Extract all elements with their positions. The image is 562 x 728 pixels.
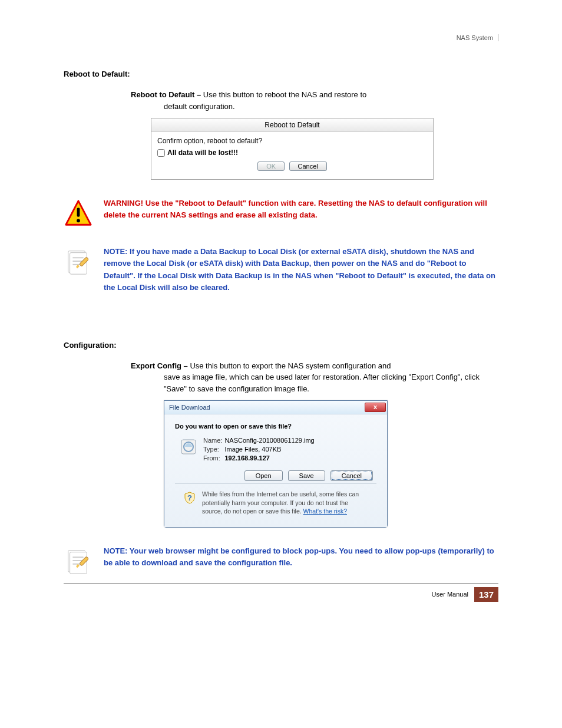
reboot-desc-text: Use this button to reboot the NAS and re…	[201, 90, 366, 99]
reboot-heading: Reboot to Default:	[64, 70, 498, 78]
svg-text:?: ?	[187, 493, 192, 502]
warning-text: WARNING! Use the "Reboot to Default" fun…	[104, 197, 498, 221]
shield-icon: ?	[183, 491, 196, 504]
config-heading: Configuration:	[64, 341, 498, 350]
note1-icon	[64, 247, 93, 276]
file-name-value: NASConfig-201008061129.img	[224, 437, 316, 446]
save-button[interactable]: Save	[288, 470, 325, 481]
note1-row: NOTE: If you have made a Data Backup to …	[64, 246, 498, 294]
export-bold: Export Config –	[131, 361, 188, 370]
header-section: NAS System	[457, 34, 498, 41]
file-icon	[180, 438, 197, 456]
file-name-label: Name:	[203, 437, 224, 446]
page-number: 137	[474, 587, 498, 602]
warning-icon	[64, 199, 93, 228]
reboot-confirm-text: Confirm option, reboot to default?	[157, 137, 427, 145]
reboot-checkbox-label: All data will be lost!!!	[167, 149, 238, 157]
svg-point-2	[77, 219, 80, 223]
open-button[interactable]: Open	[244, 470, 283, 481]
file-type-value: Image Files, 407KB	[224, 446, 316, 454]
note2-text: NOTE: Your web browser might be configur…	[104, 545, 498, 569]
page-footer: User Manual 137	[64, 587, 498, 602]
file-info-table: Name:NASConfig-201008061129.img Type:Ima…	[203, 437, 317, 463]
export-description: Export Config – Use this button to expor…	[131, 360, 498, 395]
svg-rect-1	[77, 208, 80, 217]
note2-row: NOTE: Your web browser might be configur…	[64, 545, 498, 576]
export-desc-cont: save as image file, which can be used la…	[131, 371, 498, 394]
note1-text: NOTE: If you have made a Data Backup to …	[104, 246, 498, 294]
warning-row: WARNING! Use the "Reboot to Default" fun…	[64, 197, 498, 228]
reboot-description: Reboot to Default – Use this button to r…	[131, 89, 498, 112]
file-from-value: 192.168.99.127	[224, 454, 316, 463]
file-dialog-footer-text: While files from the Internet can be use…	[202, 490, 368, 515]
file-from-label: From:	[203, 454, 224, 463]
reboot-ok-button[interactable]: OK	[257, 162, 285, 171]
file-type-label: Type:	[203, 446, 224, 454]
note2-icon	[64, 546, 93, 576]
reboot-dialog: Reboot to Default Confirm option, reboot…	[151, 118, 434, 180]
reboot-checkbox[interactable]	[157, 149, 165, 157]
reboot-dialog-title: Reboot to Default	[151, 118, 433, 132]
cancel-button[interactable]: Cancel	[330, 470, 373, 481]
close-icon[interactable]: x	[365, 403, 386, 412]
reboot-cancel-button[interactable]: Cancel	[289, 162, 327, 171]
file-download-dialog: File Download x Do you want to open or s…	[164, 400, 388, 528]
reboot-bold: Reboot to Default –	[131, 90, 201, 99]
file-dialog-question: Do you want to open or save this file?	[175, 423, 376, 430]
export-desc-text: Use this button to export the NAS system…	[188, 361, 391, 370]
reboot-desc-cont: default configuration.	[131, 101, 498, 113]
file-dialog-title: File Download	[169, 404, 210, 411]
footer-label: User Manual	[432, 591, 468, 598]
whats-the-risk-link[interactable]: What's the risk?	[303, 508, 347, 515]
